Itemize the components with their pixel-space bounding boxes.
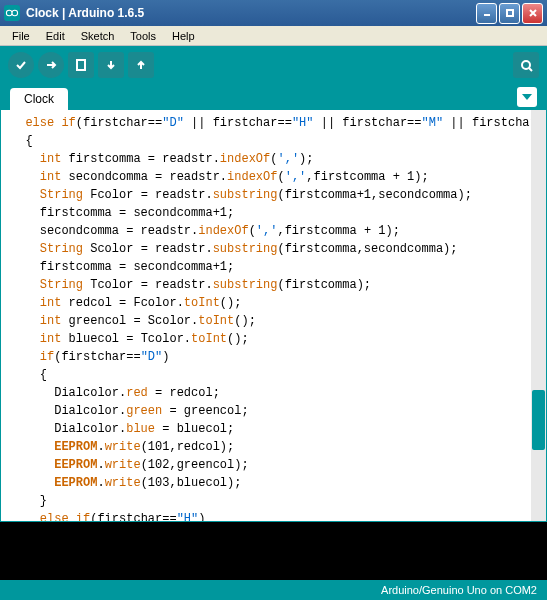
scrollbar-thumb[interactable]	[532, 390, 545, 450]
code-editor[interactable]: else if(firstchar=="D" || firstchar=="H"…	[1, 110, 531, 521]
menu-bar: File Edit Sketch Tools Help	[0, 26, 547, 46]
tab-bar: Clock	[0, 84, 547, 110]
menu-sketch[interactable]: Sketch	[73, 28, 123, 44]
svg-point-2	[522, 61, 530, 69]
window-titlebar: Clock | Arduino 1.6.5	[0, 0, 547, 26]
upload-button[interactable]	[38, 52, 64, 78]
menu-help[interactable]: Help	[164, 28, 203, 44]
console-output[interactable]	[0, 522, 547, 580]
toolbar	[0, 46, 547, 84]
close-button[interactable]	[522, 3, 543, 24]
menu-tools[interactable]: Tools	[122, 28, 164, 44]
verify-button[interactable]	[8, 52, 34, 78]
editor-area: else if(firstchar=="D" || firstchar=="H"…	[0, 110, 547, 522]
editor-scrollbar[interactable]	[531, 110, 546, 521]
tab-menu-button[interactable]	[517, 87, 537, 107]
serial-monitor-button[interactable]	[513, 52, 539, 78]
maximize-button[interactable]	[499, 3, 520, 24]
menu-edit[interactable]: Edit	[38, 28, 73, 44]
svg-rect-1	[77, 60, 85, 70]
menu-file[interactable]: File	[4, 28, 38, 44]
open-button[interactable]	[98, 52, 124, 78]
svg-rect-0	[507, 10, 513, 16]
minimize-button[interactable]	[476, 3, 497, 24]
new-button[interactable]	[68, 52, 94, 78]
window-title: Clock | Arduino 1.6.5	[26, 6, 476, 20]
tab-clock[interactable]: Clock	[10, 88, 68, 110]
status-bar: Arduino/Genuino Uno on COM2	[0, 580, 547, 600]
arduino-app-icon	[4, 5, 20, 21]
board-port-status: Arduino/Genuino Uno on COM2	[381, 584, 537, 596]
save-button[interactable]	[128, 52, 154, 78]
